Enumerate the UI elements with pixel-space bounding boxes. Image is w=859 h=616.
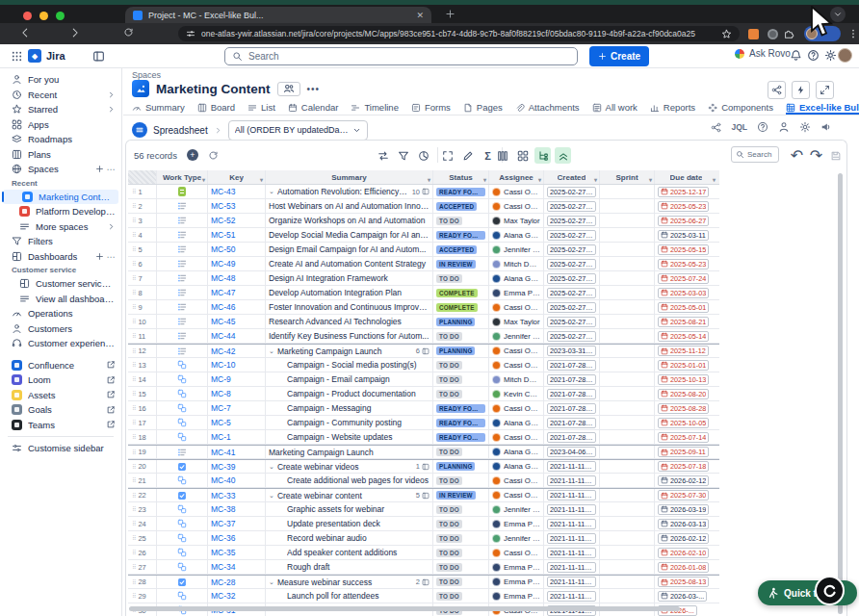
more-icon[interactable]: ⋯ (107, 251, 117, 262)
key-cell[interactable]: MC-49 (208, 257, 266, 270)
assignee-cell[interactable]: Cassi Ow... (489, 546, 544, 559)
due-date-cell[interactable]: 2025-08-13 (655, 576, 717, 588)
issue-key-link[interactable]: MC-40 (211, 475, 236, 485)
summary-cell[interactable]: Identify Key Business Functions for Auto… (266, 329, 433, 343)
sprint-cell[interactable] (600, 502, 655, 516)
sidebar-item-marketing-content[interactable]: Marketing Content (3, 190, 118, 205)
help-icon[interactable] (807, 49, 820, 62)
due-date-cell[interactable]: 2026-03-19 (655, 502, 717, 516)
due-date-cell[interactable]: 2026-03-... (655, 589, 717, 603)
refresh-icon[interactable] (208, 150, 219, 161)
summary-cell[interactable]: Record webinar audio (266, 531, 433, 545)
row-number-cell[interactable]: ⠿25 (128, 531, 157, 545)
status-badge[interactable]: COMPLETE (436, 289, 478, 297)
created-cell[interactable]: 2021-07-28 1... (544, 416, 600, 429)
redo-icon[interactable]: ↷ (808, 147, 824, 164)
column-header-assignee[interactable]: Assignee▾ (489, 170, 544, 184)
issue-key-link[interactable]: MC-7 (211, 403, 231, 413)
sidebar-item-view-all-dashboards[interactable]: View all dashboards (0, 292, 121, 307)
work-type-cell[interactable] (157, 315, 208, 328)
created-cell[interactable]: 2021-11-11 1... (544, 531, 600, 545)
due-date-cell[interactable]: 2025-09-11 (655, 446, 717, 458)
key-cell[interactable]: MC-51 (208, 228, 266, 242)
assignee-cell[interactable]: Mitch Dav... (489, 257, 544, 270)
work-type-cell[interactable] (157, 228, 208, 242)
work-type-cell[interactable] (157, 257, 208, 270)
row-number-cell[interactable]: ⠿4 (128, 228, 157, 242)
status-cell[interactable]: TO DO (433, 474, 489, 487)
expand-chevron-icon[interactable]: ⌄ (269, 492, 274, 500)
sprint-cell[interactable] (600, 460, 655, 473)
rovo-chat-bubble[interactable] (815, 576, 845, 605)
assignee-cell[interactable]: Emma Par... (489, 589, 544, 603)
work-type-cell[interactable] (157, 517, 208, 530)
jql-toggle[interactable]: JQL (731, 122, 747, 132)
work-type-cell[interactable] (157, 489, 208, 501)
row-number-cell[interactable]: ⠿8 (128, 286, 157, 299)
row-number-cell[interactable]: ⠿14 (128, 372, 157, 386)
sidebar-item-confluence[interactable]: Confluence (0, 358, 121, 373)
extension-icon[interactable] (748, 29, 759, 39)
status-badge[interactable]: TO DO (436, 274, 462, 283)
drag-handle-icon[interactable]: ⠿ (132, 579, 136, 585)
key-cell[interactable]: MC-32 (208, 589, 266, 603)
assignee-cell[interactable]: Alana Gra... (489, 446, 544, 458)
issue-key-link[interactable]: MC-51 (211, 230, 236, 240)
assignee-cell[interactable]: Emma Par... (489, 517, 544, 530)
drag-handle-icon[interactable]: ⠿ (132, 391, 136, 397)
status-badge[interactable]: TO DO (436, 592, 462, 601)
sidebar-item-for-you[interactable]: For you (0, 72, 121, 88)
sprint-cell[interactable] (600, 345, 655, 357)
work-type-cell[interactable] (157, 387, 208, 400)
key-cell[interactable]: MC-41 (208, 446, 266, 458)
assignee-cell[interactable]: Alana Gra... (489, 460, 544, 473)
status-badge[interactable]: TO DO (436, 390, 462, 398)
issue-key-link[interactable]: MC-34 (211, 562, 236, 572)
due-date-cell[interactable]: 2025-12-17 (655, 185, 717, 198)
browser-menu-icon[interactable] (847, 28, 859, 39)
due-date-cell[interactable]: 2026-02-12 (655, 474, 717, 487)
sprint-cell[interactable] (600, 416, 655, 429)
sprint-cell[interactable] (600, 271, 655, 285)
save-icon[interactable] (827, 147, 844, 164)
summary-cell[interactable]: Host Webinars on AI and Automation Innov… (266, 199, 433, 213)
key-cell[interactable]: MC-42 (208, 345, 266, 357)
created-cell[interactable]: 2025-02-27 6... (544, 214, 600, 227)
key-cell[interactable]: MC-48 (208, 271, 266, 285)
row-number-cell[interactable]: ⠿16 (128, 401, 157, 415)
row-number-cell[interactable]: ⠿20 (128, 460, 157, 473)
row-number-cell[interactable]: ⠿29 (128, 589, 157, 603)
summary-cell[interactable]: Marketing Campaign Launch (266, 446, 433, 458)
summary-cell[interactable]: Design AI Integration Framework (266, 271, 433, 285)
drag-handle-icon[interactable]: ⠿ (132, 203, 136, 209)
work-type-cell[interactable] (157, 286, 208, 299)
help-icon[interactable] (757, 121, 768, 133)
summary-cell[interactable]: Campaign - Community posting (266, 416, 433, 429)
due-date-cell[interactable]: 2025-10-05 (655, 416, 717, 429)
sidebar-item-dashboards[interactable]: Dashboards⋯ (0, 249, 121, 265)
due-date-cell[interactable]: 2025-03-11 (655, 228, 717, 242)
created-cell[interactable]: 2021-11-11 1... (544, 474, 600, 487)
funnel-icon[interactable] (395, 147, 411, 164)
work-type-cell[interactable] (157, 589, 208, 603)
expand-chevron-icon[interactable]: ⌄ (269, 578, 274, 586)
status-badge[interactable]: IN REVIEW (436, 491, 476, 500)
key-cell[interactable]: MC-43 (208, 185, 266, 198)
status-cell[interactable]: COMPLETE (433, 286, 489, 299)
column-header-sprint[interactable]: Sprint▾ (600, 170, 655, 184)
settings-gear-icon[interactable] (824, 49, 837, 62)
drag-handle-icon[interactable]: ⠿ (132, 464, 136, 470)
drag-handle-icon[interactable]: ⠿ (132, 333, 136, 339)
work-type-cell[interactable] (157, 243, 208, 256)
assignee-cell[interactable]: Jennifer E... (489, 531, 544, 545)
issue-key-link[interactable]: MC-53 (211, 201, 236, 211)
row-number-cell[interactable]: ⠿13 (128, 358, 157, 372)
assignee-cell[interactable]: Max Taylor (489, 214, 544, 227)
status-badge[interactable]: TO DO (436, 549, 462, 557)
status-badge[interactable]: TO DO (436, 563, 462, 572)
share-icon[interactable] (711, 122, 721, 133)
work-type-cell[interactable] (157, 560, 208, 574)
notifications-bell-icon[interactable] (790, 49, 802, 62)
work-type-cell[interactable] (157, 214, 208, 227)
drag-handle-icon[interactable]: ⠿ (132, 493, 136, 499)
